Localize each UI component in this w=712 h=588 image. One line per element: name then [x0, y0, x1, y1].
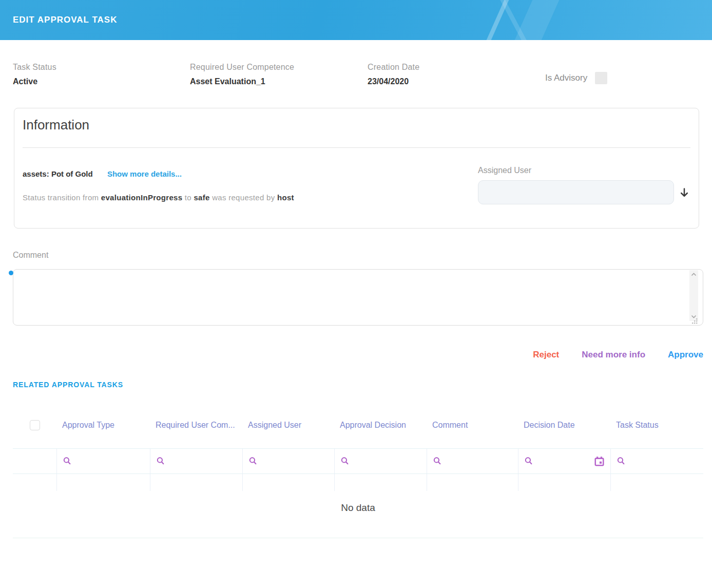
need-more-info-button[interactable]: Need more info — [582, 350, 645, 360]
filter-cell-required-user-competence[interactable] — [150, 449, 242, 473]
column-header-decision-date[interactable]: Decision Date — [518, 421, 610, 430]
status-transition-connector: to — [185, 193, 191, 202]
comment-textarea[interactable] — [13, 269, 703, 326]
select-all-checkbox[interactable] — [30, 420, 40, 430]
column-header-comment[interactable]: Comment — [427, 421, 518, 430]
task-status-value: Active — [13, 77, 56, 86]
chevron-up-icon[interactable] — [691, 273, 697, 276]
required-competence-value: Asset Evaluation_1 — [190, 77, 294, 86]
assets-value: Pot of Gold — [51, 169, 93, 178]
reject-button[interactable]: Reject — [533, 350, 559, 360]
search-icon — [433, 457, 442, 466]
search-icon — [156, 457, 165, 466]
required-indicator-dot — [9, 271, 13, 275]
creation-date-label: Creation Date — [368, 63, 419, 72]
search-icon — [524, 457, 533, 466]
filter-cell-task-status[interactable] — [610, 449, 703, 473]
chevron-down-icon[interactable] — [691, 315, 697, 318]
grid-empty-row — [13, 474, 703, 491]
resize-grip-icon[interactable] — [692, 318, 698, 324]
required-competence-label: Required User Competence — [190, 63, 294, 72]
status-transition-to: safe — [194, 193, 209, 202]
grid-bottom-border — [13, 538, 703, 538]
status-transition-line: Status transition from evaluationInProgr… — [23, 193, 294, 202]
status-transition-suffix: was requested by — [212, 193, 275, 202]
grid-filter-row — [13, 448, 703, 474]
information-card: Information assets: Pot of Gold Show mor… — [14, 108, 699, 229]
search-icon — [248, 457, 258, 466]
show-more-details-link[interactable]: Show more details... — [107, 169, 182, 178]
comment-label: Comment — [13, 251, 699, 260]
column-header-task-status[interactable]: Task Status — [610, 421, 703, 430]
task-meta-row: Task Status Active Required User Compete… — [13, 63, 699, 92]
is-advisory-field: Is Advisory — [545, 72, 607, 84]
related-tasks-title: RELATED APPROVAL TASKS — [13, 381, 712, 389]
task-status-label: Task Status — [13, 63, 56, 72]
filter-cell-assigned-user[interactable] — [242, 449, 334, 473]
required-competence-field: Required User Competence Asset Evaluatio… — [190, 63, 294, 86]
app-header: EDIT APPROVAL TASK — [0, 0, 712, 40]
filter-cell-select — [13, 449, 56, 473]
assets-line: assets: Pot of Gold Show more details... — [23, 169, 294, 178]
is-advisory-checkbox[interactable] — [595, 72, 607, 84]
search-icon — [340, 457, 350, 466]
assigned-user-field: Assigned User — [478, 166, 690, 204]
status-transition-requester: host — [277, 193, 294, 202]
approve-button[interactable]: Approve — [668, 350, 703, 360]
column-header-assigned-user[interactable]: Assigned User — [242, 421, 334, 430]
filter-cell-approval-decision[interactable] — [334, 449, 427, 473]
action-button-row: Reject Need more info Approve — [0, 350, 703, 360]
search-icon — [617, 457, 626, 466]
assigned-user-input[interactable] — [478, 180, 674, 204]
related-tasks-grid: Approval Type Required User Com... Assig… — [13, 402, 703, 538]
comment-field — [13, 269, 699, 326]
status-transition-from: evaluationInProgress — [101, 193, 183, 202]
filter-cell-approval-type[interactable] — [56, 449, 150, 473]
column-header-approval-type[interactable]: Approval Type — [56, 421, 150, 430]
no-data-message: No data — [13, 491, 703, 538]
creation-date-value: 23/04/2020 — [368, 77, 419, 86]
column-header-required-user-competence[interactable]: Required User Com... — [150, 421, 242, 430]
filter-cell-decision-date[interactable] — [518, 449, 610, 473]
comment-scrollbar[interactable] — [689, 270, 698, 321]
filter-cell-comment[interactable] — [427, 449, 518, 473]
arrow-downward-icon[interactable] — [678, 186, 690, 199]
column-header-approval-decision[interactable]: Approval Decision — [334, 421, 427, 430]
status-transition-prefix: Status transition from — [23, 193, 99, 202]
page-title: EDIT APPROVAL TASK — [13, 15, 117, 25]
is-advisory-label: Is Advisory — [545, 73, 587, 83]
assets-label: assets: — [23, 169, 49, 178]
calendar-icon[interactable] — [594, 456, 605, 467]
grid-header-row: Approval Type Required User Com... Assig… — [13, 402, 703, 448]
header-decoration — [508, 0, 566, 40]
task-status-field: Task Status Active — [13, 63, 56, 86]
information-title: Information — [14, 108, 699, 133]
creation-date-field: Creation Date 23/04/2020 — [368, 63, 419, 86]
search-icon — [63, 457, 72, 466]
assigned-user-label: Assigned User — [478, 166, 690, 175]
